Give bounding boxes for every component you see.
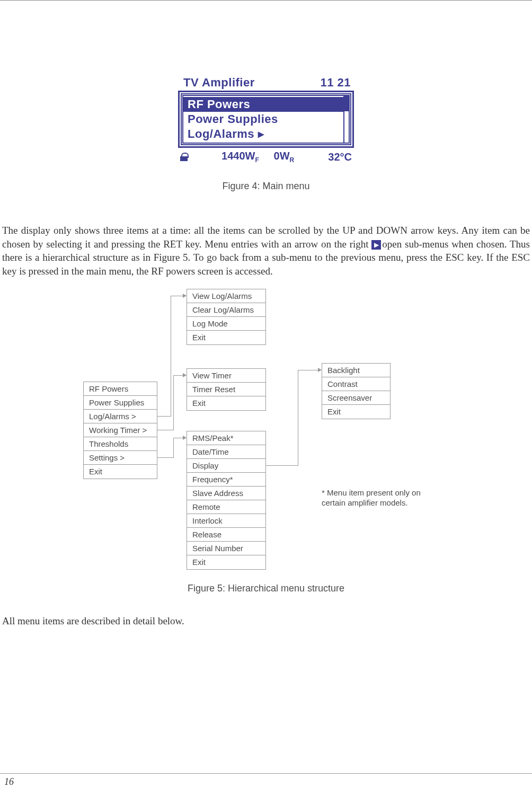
menu-item: Exit <box>187 396 265 410</box>
lcd-time: 11 21 <box>320 76 351 90</box>
lcd-item-rf-powers: RF Powers <box>183 97 349 112</box>
closing-paragraph: All menu items are described in detail b… <box>0 615 532 627</box>
lcd-screenshot: TV Amplifier 11 21 RF Powers Power Suppl… <box>176 75 356 165</box>
display-menu-box: Backlight Contrast Screensaver Exit <box>322 363 391 419</box>
main-menu-box: RF Powers Power Supplies Log/Alarms > Wo… <box>83 382 157 479</box>
settings-menu-box: RMS/Peak* Date/Time Display Frequency* S… <box>187 431 266 570</box>
menu-item: Exit <box>187 331 265 344</box>
menu-item: Serial Number <box>187 542 265 555</box>
menu-item: Frequency* <box>187 473 265 487</box>
paragraph-1: The display only shows three items at a … <box>0 224 532 278</box>
lock-icon <box>180 153 188 161</box>
menu-item: Interlock <box>187 514 265 528</box>
menu-item: Display <box>187 459 265 473</box>
footnote: * Menu item present only on certain ampl… <box>322 488 428 508</box>
menu-item: Remote <box>187 500 265 514</box>
menu-item: Clear Log/Alarms <box>187 303 265 317</box>
lcd-title: TV Amplifier <box>183 76 255 90</box>
menu-item: Working Timer > <box>84 423 157 437</box>
menu-item: Exit <box>322 405 390 419</box>
figure-4-caption: Figure 4: Main menu <box>0 181 532 192</box>
menu-item: RMS/Peak* <box>187 431 265 445</box>
lcd-header: TV Amplifier 11 21 <box>176 75 356 91</box>
submenu-arrow-icon: ▶ <box>371 240 381 250</box>
log-menu-box: View Log/Alarms Clear Log/Alarms Log Mod… <box>187 289 266 345</box>
menu-item: Contrast <box>322 377 390 391</box>
scrollbar <box>343 95 350 144</box>
menu-item: View Timer <box>187 369 265 383</box>
menu-item: Release <box>187 528 265 542</box>
menu-item: Timer Reset <box>187 383 265 396</box>
timer-menu-box: View Timer Timer Reset Exit <box>187 368 266 411</box>
menu-item: Power Supplies <box>84 396 157 410</box>
page-number: 16 <box>4 776 14 788</box>
menu-item: Log Mode <box>187 317 265 331</box>
menu-item: Thresholds <box>84 437 157 451</box>
menu-item: Backlight <box>322 364 390 377</box>
lcd-footer: 1440WF 0WR 32°C <box>176 148 356 165</box>
lcd-temp: 32°C <box>328 151 352 163</box>
menu-item: View Log/Alarms <box>187 289 265 303</box>
menu-item: RF Powers <box>84 382 157 396</box>
lcd-item-log-alarms: Log/Alarms ▸ <box>183 127 349 141</box>
menu-structure-diagram: RF Powers Power Supplies Log/Alarms > Wo… <box>28 289 504 580</box>
lcd-item-power-supplies: Power Supplies <box>183 112 349 127</box>
menu-item: Slave Address <box>187 487 265 500</box>
document-page: TV Amplifier 11 21 RF Powers Power Suppl… <box>0 0 532 796</box>
menu-item: Settings > <box>84 451 157 465</box>
menu-item: Date/Time <box>187 445 265 459</box>
menu-item: Screensaver <box>322 391 390 405</box>
menu-item: Exit <box>84 465 157 479</box>
menu-item: Exit <box>187 555 265 569</box>
menu-item: Log/Alarms > <box>84 410 157 423</box>
figure-5-caption: Figure 5: Hierarchical menu structure <box>0 583 532 594</box>
